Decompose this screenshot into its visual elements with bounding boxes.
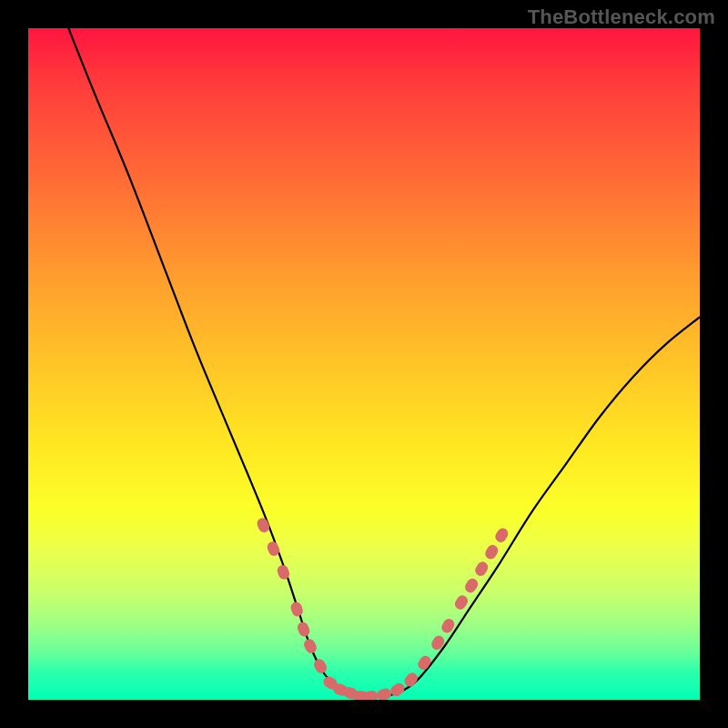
attribution-text: TheBottleneck.com (528, 5, 715, 29)
curve-marker (312, 657, 329, 675)
chart-frame: TheBottleneck.com (0, 0, 728, 728)
curve-marker (416, 653, 433, 672)
plot-area (28, 28, 700, 700)
curve-marker (483, 543, 500, 561)
curve-marker (473, 560, 490, 578)
curve-marker (493, 526, 511, 544)
curve-marker (402, 671, 420, 689)
curve-marker (289, 601, 304, 618)
marker-group (256, 516, 511, 700)
curve-marker (430, 633, 447, 652)
curve-marker (363, 690, 379, 700)
curve-marker (453, 593, 470, 612)
curve-marker (376, 687, 393, 700)
curve-marker (296, 621, 311, 638)
curve-svg (28, 28, 700, 700)
curve-marker (302, 637, 318, 655)
bottleneck-curve-path (68, 28, 700, 697)
curve-marker (256, 516, 271, 533)
curve-marker (463, 577, 480, 595)
